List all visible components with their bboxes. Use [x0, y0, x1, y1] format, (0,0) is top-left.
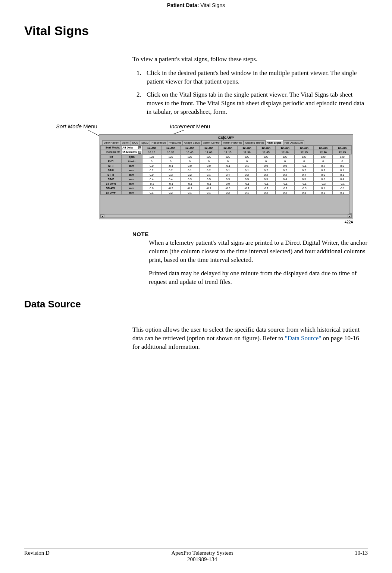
parameter-unit: mm [121, 172, 142, 177]
value-cell: 0.2 [218, 190, 237, 195]
data-source-paragraph: This option allows the user to select th… [132, 326, 368, 351]
increment-dropdown[interactable]: 15 Minutes ▾ [121, 150, 142, 154]
value-cell: 0.6 [314, 177, 333, 181]
value-cell: 0.2 [237, 172, 256, 177]
value-cell: 0.1 [237, 190, 256, 195]
step-2: Click on the Vital Signs tab in the sing… [143, 91, 368, 116]
date-header: 12-Jan [142, 145, 161, 150]
tab-pressures[interactable]: Pressures [167, 140, 183, 145]
footer-revision: Revision D [24, 550, 50, 563]
value-cell: 0.2 [257, 172, 276, 177]
value-cell: 0.5 [199, 177, 218, 181]
parameter-unit: mm [121, 181, 142, 186]
value-cell: 0.2 [314, 163, 333, 168]
value-cell: -0.1 [161, 181, 180, 186]
time-header: 10:30 [161, 150, 180, 154]
time-header: 11:15 [218, 150, 237, 154]
date-header: 12-Jan [218, 145, 237, 150]
table-row: ST-IImm0.20.20.10.20.10.10.20.20.20.30.1 [100, 168, 352, 172]
date-header: 12-Jan [161, 145, 180, 150]
value-cell: 0.2 [199, 168, 218, 172]
time-header: 12:30 [314, 150, 333, 154]
tab-spo2[interactable]: SpO2 [140, 140, 150, 145]
value-cell: 0 [237, 159, 256, 163]
value-cell: 0.0 [180, 163, 199, 168]
tab-admit[interactable]: Admit [121, 140, 131, 145]
tab-ecg[interactable]: ECG [131, 140, 140, 145]
value-cell: 0.1 [199, 172, 218, 177]
value-cell: -0.1 [295, 181, 314, 186]
parameter-unit: mm [121, 168, 142, 172]
tab-graphic-trends[interactable]: Graphic Trends [244, 140, 266, 145]
subsection-title: Data Source [24, 298, 368, 310]
section-title: Vital Signs [24, 24, 368, 38]
value-cell: 0.4 [218, 172, 237, 177]
table-row: ST-IIImm0.00.30.20.10.40.20.20.20.40.00.… [100, 172, 352, 177]
tab-vital-signs[interactable]: Vital Signs [266, 140, 283, 145]
intro-text: To view a patient's vital signs, follow … [132, 55, 368, 64]
horizontal-scrollbar[interactable]: ◂ ▸ [100, 214, 352, 218]
date-header: 12-Jan [180, 145, 199, 150]
vertical-scrollbar[interactable] [349, 154, 352, 214]
parameter-name: ST-II [100, 168, 121, 172]
value-cell: 0.1 [314, 190, 333, 195]
value-cell: 0 [142, 159, 161, 163]
value-cell: 0.2 [161, 168, 180, 172]
table-row: HRbpm120120120120120120120120120120120 [100, 154, 352, 159]
value-cell: 0 [295, 159, 314, 163]
increment-label: Increment: [100, 150, 121, 154]
value-cell: 0.0 [257, 163, 276, 168]
value-cell: 0.3 [180, 177, 199, 181]
header-bold: Patient Data: [167, 2, 199, 8]
grid-blank-area [100, 195, 352, 214]
value-cell: 0.3 [161, 172, 180, 177]
parameter-name: ST-V [100, 177, 121, 181]
date-header: 12-Jan [314, 145, 333, 150]
value-cell: 0.5 [295, 177, 314, 181]
parameter-unit: mm [121, 177, 142, 181]
value-cell: 0.0 [199, 163, 218, 168]
scroll-left-button[interactable]: ◂ [101, 215, 104, 217]
header-rule [24, 10, 368, 10]
tab-alarm-control[interactable]: Alarm Control [201, 140, 222, 145]
value-cell: 0.4 [161, 177, 180, 181]
value-cell: -0.2 [161, 186, 180, 190]
value-cell: 0.1 [142, 190, 161, 195]
table-row: ST-AVFmm0.10.20.10.10.20.10.20.20.30.10.… [100, 190, 352, 195]
value-cell: -0.1 [142, 181, 161, 186]
date-header: 12-Jan [257, 145, 276, 150]
value-cell: 0.2 [142, 168, 161, 172]
tab-graph-setup[interactable]: Graph Setup [183, 140, 202, 145]
value-cell: 0.0 [276, 163, 295, 168]
figure-number: 422A [99, 220, 353, 224]
time-header: 11:00 [199, 150, 218, 154]
time-header: 11:45 [257, 150, 276, 154]
sort-mode-label: Sort Mode: [100, 145, 121, 150]
footer-docnum: 2001989-134 [171, 556, 233, 563]
sort-mode-dropdown[interactable]: All Data ▾ [121, 145, 142, 150]
tab-full-disclosure[interactable]: Full Disclosure [283, 140, 304, 145]
value-cell: 0.4 [276, 177, 295, 181]
value-cell: 0.1 [237, 163, 256, 168]
tab-view-patient[interactable]: View Patient [102, 140, 121, 145]
data-source-link[interactable]: "Data Source" [285, 335, 321, 342]
note-paragraph-2: Printed data may be delayed by one minut… [149, 269, 368, 286]
value-cell: 0.1 [314, 186, 333, 190]
value-cell: 0.4 [295, 172, 314, 177]
steps-list: Click in the desired patient's bed windo… [132, 69, 368, 116]
parameter-unit: mm [121, 190, 142, 195]
table-row: ST-AVRmm-0.1-0.1-0.1-0.10.0-0.1-0.1-0.1-… [100, 181, 352, 186]
parameter-name: ST-AVR [100, 181, 121, 186]
parameter-unit: mm [121, 186, 142, 190]
tab-respiration[interactable]: Respiration [150, 140, 167, 145]
table-row: ST-AVLmm0.0-0.2-0.1-0.1-0.3-0.1-0.1-0.1-… [100, 186, 352, 190]
value-cell: -0.1 [257, 186, 276, 190]
header-rest: Vital Signs [199, 2, 225, 8]
table-row: ST-Imm0.0-0.10.00.0-0.10.10.00.0-0.10.20… [100, 163, 352, 168]
tab-alarm-histories[interactable]: Alarm Histories [222, 140, 244, 145]
footer-product: ApexPro Telemetry System [171, 550, 233, 556]
value-cell: -0.1 [161, 163, 180, 168]
chevron-down-icon: ▾ [138, 146, 141, 149]
value-cell: 0.4 [142, 177, 161, 181]
scroll-right-button[interactable]: ▸ [348, 215, 351, 217]
